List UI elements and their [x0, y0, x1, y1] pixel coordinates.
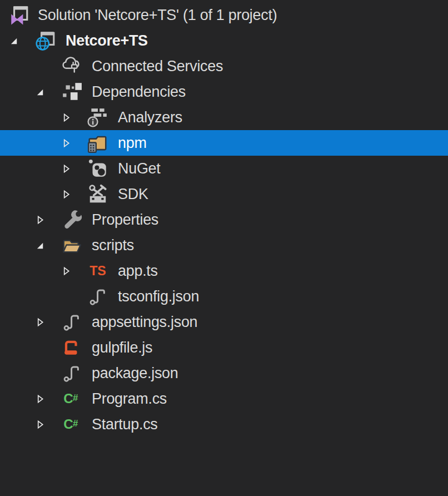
expander-icon[interactable]	[31, 207, 49, 232]
tree-item-tsconfig-json[interactable]: tsconfig.json	[0, 284, 448, 309]
tree-item-label: npm	[118, 130, 147, 156]
expander-icon[interactable]	[31, 411, 49, 437]
tree-item-startup-cs[interactable]: Startup.cs	[0, 411, 448, 437]
tree-item-program-cs[interactable]: Program.cs	[0, 386, 448, 411]
tree-item-label: SDK	[118, 181, 148, 207]
tree-item-label: Dependencies	[92, 79, 186, 105]
expander-icon[interactable]	[31, 79, 49, 105]
sdk-icon	[87, 182, 109, 206]
tree-item-gulpfile-js[interactable]: gulpfile.js	[0, 335, 448, 360]
expander-icon[interactable]	[57, 258, 76, 284]
tree-item-label: Connected Services	[92, 53, 223, 79]
expander-icon	[31, 360, 49, 386]
expander-icon	[57, 284, 76, 309]
tree-item-label: NuGet	[118, 156, 161, 181]
tree-item-label: tsconfig.json	[118, 284, 199, 309]
vs-solution-icon	[8, 3, 30, 27]
tree-item-label: app.ts	[118, 258, 158, 284]
tree-item-label: Solution 'Netcore+TS' (1 of 1 project)	[38, 2, 277, 28]
dependencies-icon	[61, 80, 83, 103]
nuget-icon	[87, 157, 109, 180]
expander-icon[interactable]	[57, 105, 76, 130]
tree-item-package-json[interactable]: package.json	[0, 360, 448, 386]
solution-tree: Solution 'Netcore+TS' (1 of 1 project) N…	[0, 0, 448, 437]
tree-item-label: Properties	[92, 207, 158, 232]
tree-item-label: Analyzers	[118, 105, 182, 130]
tree-item-label: Startup.cs	[92, 411, 158, 437]
tree-item-analyzers[interactable]: Analyzers	[0, 105, 448, 130]
expander-icon[interactable]	[57, 181, 76, 207]
expander-icon[interactable]	[31, 232, 49, 258]
tree-item-label: Netcore+TS	[66, 28, 148, 53]
json-icon	[61, 310, 83, 334]
connected-services-icon	[61, 54, 83, 78]
tree-item-nuget[interactable]: NuGet	[0, 156, 448, 181]
json-icon	[61, 361, 83, 385]
tree-item-label: appsettings.json	[92, 309, 197, 335]
expander-icon[interactable]	[57, 156, 76, 181]
expander-icon[interactable]	[4, 28, 23, 53]
folder-open-icon	[61, 234, 83, 257]
tree-item-sdk[interactable]: SDK	[0, 181, 448, 207]
tree-item-solution-netcore-ts-1-of-1-project[interactable]: Solution 'Netcore+TS' (1 of 1 project)	[0, 2, 448, 28]
tree-item-scripts[interactable]: scripts	[0, 232, 448, 258]
expander-icon[interactable]	[31, 309, 49, 335]
tree-item-app-ts[interactable]: app.ts	[0, 258, 448, 284]
tree-item-netcore-ts[interactable]: Netcore+TS	[0, 28, 448, 53]
expander-icon[interactable]	[31, 386, 49, 411]
tree-item-npm[interactable]: npm	[0, 130, 448, 156]
tree-item-properties[interactable]: Properties	[0, 207, 448, 232]
csharp-icon	[61, 387, 83, 410]
csharp-icon	[61, 413, 83, 436]
tree-item-label: package.json	[92, 360, 178, 386]
expander-icon	[31, 335, 49, 360]
javascript-icon	[61, 336, 83, 359]
tree-item-label: Program.cs	[92, 386, 167, 411]
tree-item-connected-services[interactable]: Connected Services	[0, 53, 448, 79]
analyzers-icon	[87, 106, 109, 129]
tree-item-label: gulpfile.js	[92, 335, 152, 360]
expander-icon[interactable]	[57, 130, 76, 156]
tree-item-appsettings-json[interactable]: appsettings.json	[0, 309, 448, 335]
json-icon	[87, 285, 109, 308]
wrench-icon	[61, 208, 83, 231]
netcore-project-icon	[34, 29, 57, 52]
typescript-icon	[87, 259, 109, 282]
npm-folder-icon	[87, 131, 109, 155]
expander-icon	[31, 53, 49, 79]
tree-item-label: scripts	[92, 232, 134, 258]
tree-item-dependencies[interactable]: Dependencies	[0, 79, 448, 105]
